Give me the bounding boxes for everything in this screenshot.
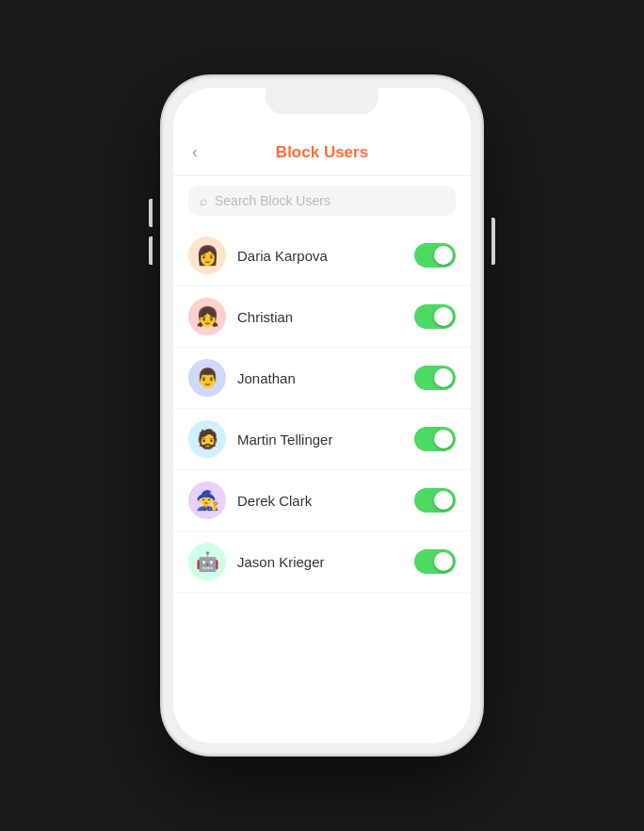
- block-toggle[interactable]: [414, 243, 456, 268]
- avatar: 👨: [188, 359, 226, 397]
- user-name: Jonathan: [237, 370, 414, 386]
- user-name: Derek Clark: [237, 493, 414, 509]
- page-header: ‹ Block Users: [173, 129, 471, 176]
- block-toggle[interactable]: [414, 304, 456, 329]
- list-item: 👨Jonathan: [173, 348, 471, 409]
- user-name: Daria Karpova: [237, 248, 414, 264]
- user-name: Christian: [237, 309, 414, 325]
- volume-up-button: [149, 199, 153, 227]
- volume-down-button: [149, 236, 153, 265]
- search-icon: ⌕: [200, 193, 207, 208]
- list-item: 🧙Derek Clark: [173, 470, 471, 531]
- avatar: 👧: [188, 298, 226, 335]
- user-name: Martin Tellinger: [237, 432, 414, 448]
- list-item: 👧Christian: [173, 286, 471, 348]
- phone-screen: ‹ Block Users ⌕ Search Block Users 👩Dari…: [173, 88, 471, 743]
- avatar: 🤖: [188, 543, 226, 580]
- user-list: 👩Daria Karpova👧Christian👨Jonathan🧔Martin…: [173, 225, 471, 687]
- power-button: [491, 218, 495, 265]
- phone-frame: ‹ Block Users ⌕ Search Block Users 👩Dari…: [162, 76, 482, 755]
- notch: [266, 88, 378, 114]
- search-placeholder-text: Search Block Users: [215, 193, 330, 208]
- bottom-spacer: [173, 687, 471, 743]
- list-item: 👩Daria Karpova: [173, 225, 471, 286]
- page-title: Block Users: [276, 143, 368, 162]
- block-toggle[interactable]: [414, 549, 456, 574]
- back-button[interactable]: ‹: [188, 138, 201, 166]
- list-item: 🧔Martin Tellinger: [173, 409, 471, 470]
- block-toggle[interactable]: [414, 366, 456, 390]
- search-bar[interactable]: ⌕ Search Block Users: [188, 186, 456, 216]
- user-name: Jason Krieger: [237, 554, 414, 570]
- avatar: 👩: [188, 236, 226, 274]
- avatar: 🧔: [188, 420, 226, 458]
- list-item: 🤖Jason Krieger: [173, 531, 471, 593]
- screen-content: ‹ Block Users ⌕ Search Block Users 👩Dari…: [173, 88, 471, 743]
- avatar: 🧙: [188, 481, 226, 519]
- block-toggle[interactable]: [414, 427, 456, 451]
- block-toggle[interactable]: [414, 488, 456, 513]
